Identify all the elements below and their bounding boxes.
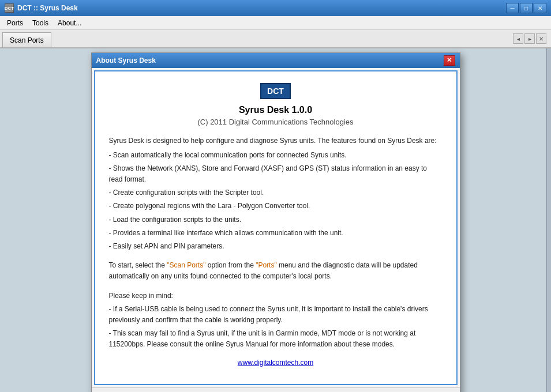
title-bar: DCT DCT :: Syrus Desk ─ □ ✕ bbox=[0, 0, 551, 16]
feature-5: - Load the configuration scripts to the … bbox=[109, 214, 443, 225]
feature-2: - Shows the Network (XANS), Store and Fo… bbox=[109, 163, 443, 185]
copyright-text: (C) 2011 Digital Communications Technolo… bbox=[109, 118, 443, 126]
app-title: Syrus Desk 1.0.0 bbox=[109, 105, 443, 115]
modal-title: About Syrus Desk bbox=[96, 56, 444, 65]
feature-3: - Create configuration scripts with the … bbox=[109, 187, 443, 198]
maximize-button[interactable]: □ bbox=[520, 3, 533, 13]
dct-logo: DCT bbox=[260, 83, 291, 99]
notice-1: - If a Serial-USB cable is being used to… bbox=[109, 304, 443, 326]
modal-close-button[interactable]: ✕ bbox=[444, 55, 455, 66]
window-controls: ─ □ ✕ bbox=[506, 3, 546, 13]
about-dialog: About Syrus Desk ✕ DCT Syrus Desk 1.0.0 … bbox=[91, 52, 460, 393]
minimize-button[interactable]: ─ bbox=[506, 3, 519, 13]
intro-text: Syrus Desk is designed to help configure… bbox=[109, 135, 443, 146]
tab-bar: Scan Ports ◂ ▸ ✕ bbox=[0, 30, 551, 48]
menu-bar: Ports Tools About... bbox=[0, 16, 551, 30]
modal-footer: OK bbox=[92, 387, 460, 393]
feature-6: - Provides a terminal like interface whi… bbox=[109, 228, 443, 239]
app-icon: DCT bbox=[5, 3, 14, 13]
notice-section: Please keep in mind: - If a Serial-USB c… bbox=[109, 291, 443, 350]
modal-title-bar: About Syrus Desk ✕ bbox=[92, 53, 460, 68]
modal-body: DCT Syrus Desk 1.0.0 (C) 2011 Digital Co… bbox=[94, 70, 458, 385]
notice-title: Please keep in mind: bbox=[109, 291, 443, 301]
modal-overlay: About Syrus Desk ✕ DCT Syrus Desk 1.0.0 … bbox=[0, 48, 551, 392]
feature-4: - Create polygonal regions with the Lara… bbox=[109, 201, 443, 212]
main-area: About Syrus Desk ✕ DCT Syrus Desk 1.0.0 … bbox=[0, 48, 551, 392]
tab-scan-ports[interactable]: Scan Ports bbox=[2, 32, 51, 47]
modal-header: DCT Syrus Desk 1.0.0 (C) 2011 Digital Co… bbox=[109, 83, 443, 126]
menu-item-ports[interactable]: Ports bbox=[2, 18, 28, 28]
menu-item-tools[interactable]: Tools bbox=[28, 18, 53, 28]
tab-controls: ◂ ▸ ✕ bbox=[513, 33, 546, 44]
tab-close-button[interactable]: ✕ bbox=[536, 33, 546, 44]
feature-1: - Scan automatically the local communica… bbox=[109, 150, 443, 161]
startup-section: To start, select the "Scan Ports" option… bbox=[109, 260, 443, 282]
tab-next-button[interactable]: ▸ bbox=[524, 33, 535, 44]
feature-7: - Easily set APN and PIN parameters. bbox=[109, 241, 443, 252]
close-button[interactable]: ✕ bbox=[534, 3, 546, 13]
startup-text: To start, select the "Scan Ports" option… bbox=[109, 260, 443, 282]
window-title: DCT :: Syrus Desk bbox=[17, 4, 506, 12]
tab-prev-button[interactable]: ◂ bbox=[513, 33, 523, 44]
notice-2: - This scan may fail to find a Syrus uni… bbox=[109, 328, 443, 350]
menu-item-about[interactable]: About... bbox=[53, 18, 86, 28]
website-link[interactable]: www.digitalcomtech.com bbox=[109, 359, 443, 367]
features-section: Syrus Desk is designed to help configure… bbox=[109, 135, 443, 252]
